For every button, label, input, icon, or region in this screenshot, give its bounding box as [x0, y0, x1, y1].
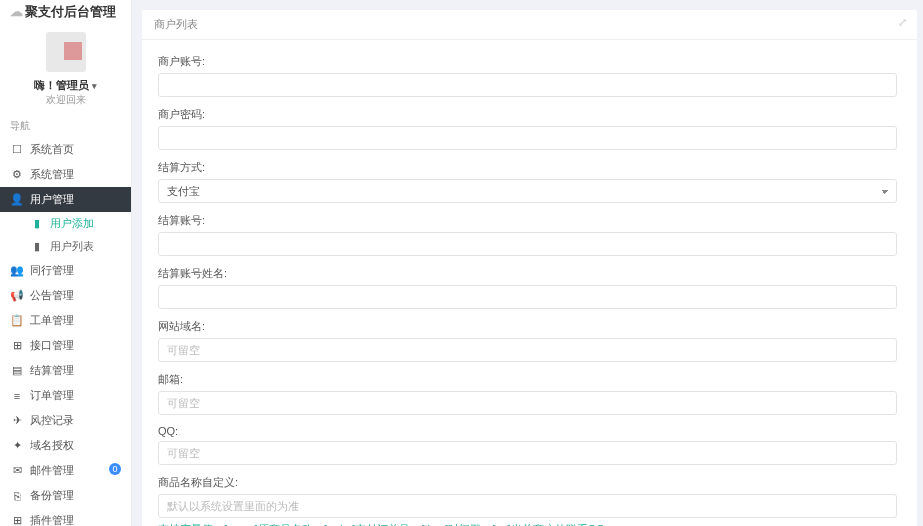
- nav-item[interactable]: ✦域名授权: [0, 433, 131, 458]
- nav-list: ☐系统首页⚙系统管理👤用户管理▮用户添加▮用户列表👥同行管理📢公告管理📋工单管理…: [0, 137, 131, 526]
- nav-item[interactable]: ⎘备份管理: [0, 483, 131, 508]
- main-panel: 商户列表 ⤢ 商户账号: 商户密码: 结算方式: 支付宝 结算账号: 结算账号姓…: [142, 10, 917, 526]
- nav-badge: 0: [109, 463, 121, 475]
- file-icon: ▮: [30, 217, 44, 230]
- settle-method-label: 结算方式:: [158, 160, 897, 175]
- nav-icon: 📢: [10, 289, 24, 302]
- email-label: 邮箱:: [158, 372, 897, 387]
- nav-item[interactable]: 📋工单管理: [0, 308, 131, 333]
- nav-icon: ⊞: [10, 339, 24, 352]
- nav-icon: 👥: [10, 264, 24, 277]
- nav-section-title: 导航: [0, 113, 131, 137]
- nav-icon: ✈: [10, 414, 24, 427]
- nav-icon: ⎘: [10, 490, 24, 502]
- password-label: 商户密码:: [158, 107, 897, 122]
- nav-label: 风控记录: [30, 413, 74, 428]
- domain-input[interactable]: [158, 338, 897, 362]
- nav-icon: ✦: [10, 439, 24, 452]
- nav-item[interactable]: ☐系统首页: [0, 137, 131, 162]
- email-input[interactable]: [158, 391, 897, 415]
- password-input[interactable]: [158, 126, 897, 150]
- panel-header: 商户列表 ⤢: [142, 10, 917, 40]
- nav-item[interactable]: 👥同行管理: [0, 258, 131, 283]
- file-icon: ▮: [30, 240, 44, 253]
- nav-icon: ⊞: [10, 514, 24, 526]
- nav-icon: ☐: [10, 143, 24, 156]
- nav-label: 邮件管理: [30, 463, 74, 478]
- nav-label: 公告管理: [30, 288, 74, 303]
- nav-item[interactable]: 📢公告管理: [0, 283, 131, 308]
- nav-label: 域名授权: [30, 438, 74, 453]
- nav-icon: ⚙: [10, 168, 24, 181]
- panel-title: 商户列表: [154, 18, 198, 30]
- settle-method-select[interactable]: 支付宝: [158, 179, 897, 203]
- nav-item[interactable]: ▤结算管理: [0, 358, 131, 383]
- nav-label: 订单管理: [30, 388, 74, 403]
- avatar: [46, 32, 86, 72]
- settle-name-label: 结算账号姓名:: [158, 266, 897, 281]
- nav-label: 备份管理: [30, 488, 74, 503]
- nav-item[interactable]: ⊞接口管理: [0, 333, 131, 358]
- nav-item[interactable]: ⚙系统管理: [0, 162, 131, 187]
- nav-label: 工单管理: [30, 313, 74, 328]
- goods-help-text: 支持变量值：[name]原商品名称，[order]支付订单号，[time]时间戳…: [158, 522, 897, 526]
- nav-icon: 👤: [10, 193, 24, 206]
- settle-account-label: 结算账号:: [158, 213, 897, 228]
- nav-item[interactable]: 👤用户管理: [0, 187, 131, 212]
- settle-name-input[interactable]: [158, 285, 897, 309]
- nav-icon: ✉: [10, 464, 24, 477]
- goods-label: 商品名称自定义:: [158, 475, 897, 490]
- nav-label: 插件管理: [30, 513, 74, 526]
- settle-account-input[interactable]: [158, 232, 897, 256]
- nav-sub-label: 用户列表: [50, 240, 94, 252]
- cloud-icon: ☁: [10, 4, 23, 19]
- nav-label: 系统首页: [30, 142, 74, 157]
- nav-item[interactable]: ✉邮件管理0: [0, 458, 131, 483]
- nav-sub-label: 用户添加: [50, 217, 94, 229]
- panel-body: 商户账号: 商户密码: 结算方式: 支付宝 结算账号: 结算账号姓名: 网站域名…: [142, 40, 917, 526]
- nav-sub-item[interactable]: ▮用户列表: [0, 235, 131, 258]
- nav-label: 接口管理: [30, 338, 74, 353]
- nav-label: 用户管理: [30, 192, 74, 207]
- nav-sub-item[interactable]: ▮用户添加: [0, 212, 131, 235]
- user-greeting[interactable]: 嗨！管理员: [0, 78, 131, 93]
- nav-icon: 📋: [10, 314, 24, 327]
- nav-label: 系统管理: [30, 167, 74, 182]
- nav-icon: ▤: [10, 364, 24, 377]
- nav-item[interactable]: ⊞插件管理: [0, 508, 131, 526]
- nav-item[interactable]: ≡订单管理: [0, 383, 131, 408]
- user-welcome: 欢迎回来: [0, 93, 131, 107]
- user-block: 嗨！管理员 欢迎回来: [0, 24, 131, 113]
- account-input[interactable]: [158, 73, 897, 97]
- expand-icon[interactable]: ⤢: [898, 16, 907, 29]
- brand-title: ☁聚支付后台管理: [0, 0, 131, 24]
- domain-label: 网站域名:: [158, 319, 897, 334]
- goods-input[interactable]: [158, 494, 897, 518]
- qq-input[interactable]: [158, 441, 897, 465]
- nav-item[interactable]: ✈风控记录: [0, 408, 131, 433]
- nav-label: 结算管理: [30, 363, 74, 378]
- account-label: 商户账号:: [158, 54, 897, 69]
- qq-label: QQ:: [158, 425, 897, 437]
- nav-label: 同行管理: [30, 263, 74, 278]
- nav-icon: ≡: [10, 390, 24, 402]
